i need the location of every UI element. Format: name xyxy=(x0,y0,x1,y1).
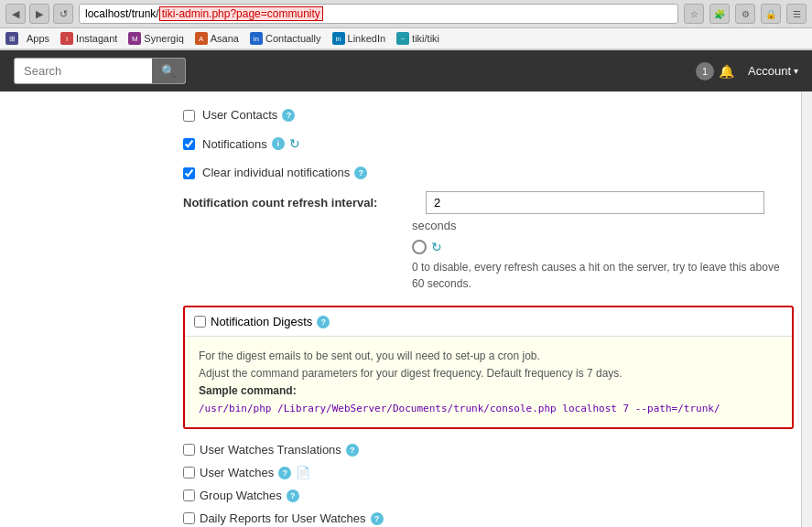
digest-label: Notification Digests xyxy=(211,315,312,328)
daily-reports-info-icon[interactable]: ? xyxy=(371,512,384,525)
bookmark-tiki-label: tiki/tiki xyxy=(412,33,439,44)
status-row: ↻ xyxy=(412,240,794,254)
extension-icon-1[interactable]: 🧩 xyxy=(709,4,730,24)
account-button[interactable]: Account ▾ xyxy=(748,64,798,78)
notifications-checkbox[interactable] xyxy=(183,138,195,150)
bookmarks-bar: ⊞ Apps I Instagant M Synergiq A Asana in… xyxy=(0,28,812,49)
daily-reports-row: Daily Reports for User Watches ? xyxy=(183,511,794,525)
back-button[interactable]: ◀ xyxy=(5,4,26,24)
url-highlight: tiki-admin.php?page=community xyxy=(159,6,323,21)
digest-body: For the digest emails to be sent out, yo… xyxy=(185,337,792,427)
browser-toolbar: ◀ ▶ ↺ localhost/trunk/tiki-admin.php?pag… xyxy=(0,0,812,28)
account-label: Account xyxy=(748,64,791,78)
notifications-info-icon[interactable]: i xyxy=(272,137,285,150)
clear-notifications-label: Clear individual notifications ? xyxy=(202,166,367,179)
status-refresh-icon[interactable]: ↻ xyxy=(431,240,442,254)
help-text: 0 to disable, every refresh causes a hit… xyxy=(412,259,794,292)
star-icon[interactable]: ☆ xyxy=(684,4,704,24)
user-watches-page-icon: 📄 xyxy=(296,466,310,479)
digest-command-text: /usr/bin/php /Library/WebServer/Document… xyxy=(199,401,778,417)
nav-buttons: ◀ ▶ ↺ xyxy=(5,4,73,24)
bookmark-apps-label: Apps xyxy=(27,33,49,44)
status-circle-icon xyxy=(412,240,427,254)
account-caret: ▾ xyxy=(794,66,798,76)
contactually-icon: in xyxy=(250,32,263,45)
forward-button[interactable]: ▶ xyxy=(29,4,49,24)
notification-area: 1 🔔 xyxy=(696,62,734,81)
header-right: 1 🔔 Account ▾ xyxy=(696,62,798,81)
instagant-icon: I xyxy=(60,32,73,45)
user-watches-checkbox[interactable] xyxy=(183,467,195,479)
notifications-label: Notifications i ↻ xyxy=(202,136,300,151)
user-watches-label: User Watches ? 📄 xyxy=(200,466,310,479)
bookmark-contactually-label: Contactually xyxy=(265,33,321,44)
user-contacts-label: User Contacts ? xyxy=(202,108,295,122)
digest-info-icon[interactable]: ? xyxy=(317,316,330,328)
group-watches-checkbox[interactable] xyxy=(183,489,195,501)
bookmark-apps[interactable]: Apps xyxy=(24,32,52,45)
user-watches-translations-row-1: User Watches Translations ? xyxy=(183,443,794,457)
notif-count-input[interactable] xyxy=(426,191,764,214)
reload-button[interactable]: ↺ xyxy=(53,4,73,24)
user-contacts-row: User Contacts ? xyxy=(183,105,794,124)
bookmark-synergiq[interactable]: M Synergiq xyxy=(125,31,186,46)
notification-badge[interactable]: 1 xyxy=(696,62,714,81)
bookmark-instagant[interactable]: I Instagant xyxy=(58,31,120,46)
apps-icon: ⊞ xyxy=(5,32,18,45)
digest-body-line1: For the digest emails to be sent out, yo… xyxy=(199,348,778,365)
daily-reports-label: Daily Reports for User Watches ? xyxy=(200,511,384,525)
clear-notifications-info-icon[interactable]: ? xyxy=(354,167,367,179)
digest-header: Notification Digests ? xyxy=(185,307,792,337)
digest-box: Notification Digests ? For the digest em… xyxy=(183,306,794,429)
seconds-label: seconds xyxy=(412,219,794,232)
extension-icon-2[interactable]: ⚙ xyxy=(735,4,755,24)
bookmark-asana[interactable]: A Asana xyxy=(192,31,242,46)
menu-icon[interactable]: ☰ xyxy=(786,4,807,24)
bookmark-tiki[interactable]: ~ tiki/tiki xyxy=(394,31,442,46)
user-contacts-checkbox[interactable] xyxy=(183,110,195,122)
daily-reports-checkbox[interactable] xyxy=(183,512,195,524)
user-watches-translations-1-checkbox[interactable] xyxy=(183,444,195,456)
url-prefix: localhost/trunk/ xyxy=(85,7,159,20)
user-watches-translations-1-label: User Watches Translations ? xyxy=(200,443,359,457)
browser-chrome: ◀ ▶ ↺ localhost/trunk/tiki-admin.php?pag… xyxy=(0,0,812,50)
bookmark-instagant-label: Instagant xyxy=(76,33,117,44)
tiki-icon: ~ xyxy=(396,32,409,45)
main-content: User Contacts ? Notifications i ↻ Clear … xyxy=(0,91,812,527)
extension-icon-3[interactable]: 🔒 xyxy=(761,4,781,24)
scrollbar[interactable] xyxy=(801,91,812,527)
help-text-line2: 60 seconds. xyxy=(412,277,471,290)
group-watches-row: Group Watches ? xyxy=(183,489,794,502)
user-watches-translations-1-info-icon[interactable]: ? xyxy=(346,444,359,457)
app-header: 🔍 1 🔔 Account ▾ xyxy=(0,50,812,91)
search-input[interactable] xyxy=(15,59,152,83)
address-bar[interactable]: localhost/trunk/tiki-admin.php?page=comm… xyxy=(79,4,678,24)
bell-icon[interactable]: 🔔 xyxy=(719,64,734,79)
help-text-line1: 0 to disable, every refresh causes a hit… xyxy=(412,261,780,274)
asana-icon: A xyxy=(195,32,208,45)
notifications-refresh-icon[interactable]: ↻ xyxy=(289,136,300,151)
notif-count-label: Notification count refresh interval: xyxy=(183,196,412,210)
bookmark-asana-label: Asana xyxy=(211,33,239,44)
watches-section: User Watches Translations ? User Watches… xyxy=(183,443,794,527)
user-watches-info-icon[interactable]: ? xyxy=(278,467,291,479)
digest-checkbox[interactable] xyxy=(194,316,206,328)
digest-body-line2: Adjust the command parameters for your d… xyxy=(199,365,778,382)
bookmark-linkedin[interactable]: in LinkedIn xyxy=(330,31,389,46)
user-contacts-info-icon[interactable]: ? xyxy=(282,109,295,122)
user-watches-row: User Watches ? 📄 xyxy=(183,466,794,479)
linkedin-icon: in xyxy=(332,32,345,45)
notifications-row: Notifications i ↻ xyxy=(183,134,794,154)
notif-count-row: Notification count refresh interval: xyxy=(183,191,794,214)
bookmark-contactually[interactable]: in Contactually xyxy=(247,31,324,46)
clear-notifications-row: Clear individual notifications ? xyxy=(183,163,794,182)
digest-sample-label: Sample command: xyxy=(199,382,778,400)
bookmark-synergiq-label: Synergiq xyxy=(144,33,183,44)
search-button[interactable]: 🔍 xyxy=(152,59,185,83)
group-watches-label: Group Watches ? xyxy=(200,489,299,502)
search-container: 🔍 xyxy=(14,58,186,84)
clear-notifications-checkbox[interactable] xyxy=(183,167,195,179)
group-watches-info-icon[interactable]: ? xyxy=(287,489,299,502)
synergiq-icon: M xyxy=(128,32,141,45)
bookmark-linkedin-label: LinkedIn xyxy=(348,33,386,44)
